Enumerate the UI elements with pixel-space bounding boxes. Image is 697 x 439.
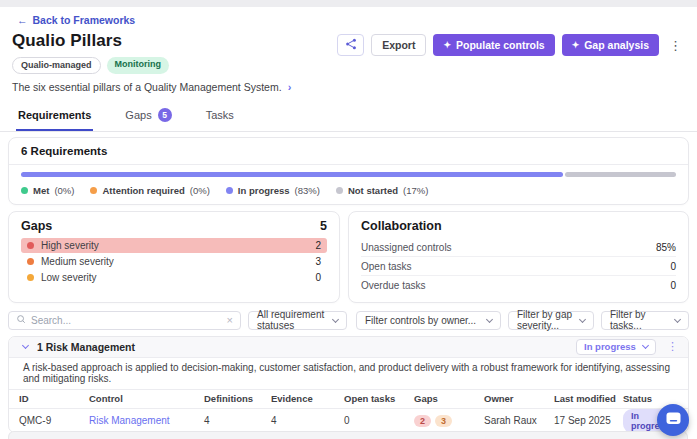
chevron-down-icon xyxy=(579,316,586,323)
search-icon xyxy=(16,314,26,326)
export-button[interactable]: Export xyxy=(371,34,426,56)
tab-requirements[interactable]: Requirements xyxy=(16,102,93,131)
collaboration-card-title: Collaboration xyxy=(361,219,442,233)
chevron-down-icon xyxy=(332,316,339,323)
not-started-dot-icon xyxy=(336,187,343,194)
header-kebab-menu[interactable]: ⋮ xyxy=(666,38,685,53)
tab-requirements-label: Requirements xyxy=(18,109,91,121)
page-header: ← Back to Frameworks Qualio Pillars Qual… xyxy=(0,7,697,93)
progress-legend: Met (0%) Attention required (0%) In prog… xyxy=(21,185,676,196)
legend-attention-required: Attention required (0%) xyxy=(90,185,209,196)
tasks-filter[interactable]: Filter by tasks... xyxy=(601,311,689,330)
gaps-card-title: Gaps xyxy=(21,219,52,233)
medium-gap-badge: 3 xyxy=(435,415,452,427)
high-severity-dot-icon xyxy=(27,242,34,249)
chevron-down-icon xyxy=(642,342,649,349)
low-severity-dot-icon xyxy=(27,274,34,281)
share-icon xyxy=(345,38,357,53)
requirements-summary-title: 6 Requirements xyxy=(9,138,688,165)
search-input[interactable] xyxy=(31,315,222,326)
evidence-count: 4 xyxy=(271,415,344,426)
gaps-count-badge: 5 xyxy=(158,108,172,122)
share-button[interactable] xyxy=(337,34,364,56)
page-title: Qualio Pillars xyxy=(12,31,291,51)
chevron-down-icon xyxy=(674,316,681,323)
owner-filter[interactable]: Filter controls by owner... xyxy=(356,311,501,330)
section-header-risk-management[interactable]: 1 Risk Management In progress ⋮ xyxy=(9,337,688,358)
medium-severity-dot-icon xyxy=(27,258,34,265)
gap-analysis-label: Gap analysis xyxy=(584,39,649,51)
tab-gaps-label: Gaps xyxy=(125,109,151,121)
control-link[interactable]: Risk Management xyxy=(89,415,170,426)
clear-search-icon[interactable]: × xyxy=(227,315,233,326)
attention-dot-icon xyxy=(90,187,97,194)
owner-name: Sarah Raux xyxy=(484,415,554,426)
high-gap-badge: 2 xyxy=(414,415,431,427)
definitions-count: 4 xyxy=(204,415,271,426)
collab-row-unassigned-controls: Unassigned controls 85% xyxy=(361,238,676,257)
in-progress-dot-icon xyxy=(226,187,233,194)
back-link-label: Back to Frameworks xyxy=(33,14,136,26)
requirement-section-risk-management: 1 Risk Management In progress ⋮ A risk-b… xyxy=(8,336,689,433)
collaboration-card: Collaboration Unassigned controls 85% Op… xyxy=(348,211,689,303)
gaps-row-medium-severity: Medium severity 3 xyxy=(21,254,327,269)
chat-widget-button[interactable] xyxy=(657,404,689,436)
tab-tasks-label: Tasks xyxy=(206,109,234,121)
framework-description: The six essential pillars of a Quality M… xyxy=(12,81,282,93)
tab-tasks[interactable]: Tasks xyxy=(204,102,236,131)
progress-not-started xyxy=(565,172,676,177)
requirement-status-filter[interactable]: All requirement statuses xyxy=(248,311,347,330)
collapse-chevron-icon[interactable] xyxy=(22,342,29,349)
qualio-managed-badge: Qualio-managed xyxy=(12,57,101,74)
populate-controls-button[interactable]: ✦ Populate controls xyxy=(433,34,554,56)
populate-controls-label: Populate controls xyxy=(456,39,545,51)
search-box[interactable]: × xyxy=(8,311,241,330)
tab-gaps[interactable]: Gaps 5 xyxy=(123,102,173,131)
met-dot-icon xyxy=(21,187,28,194)
control-id: QMC-9 xyxy=(19,415,89,426)
tab-bar: Requirements Gaps 5 Tasks xyxy=(0,102,697,132)
back-to-frameworks-link[interactable]: ← Back to Frameworks xyxy=(17,14,135,26)
legend-not-started: Not started (17%) xyxy=(336,185,429,196)
collab-row-open-tasks: Open tasks 0 xyxy=(361,257,676,276)
table-header-row: ID Control Definitions Evidence Open tas… xyxy=(9,390,688,409)
chat-bubble-icon xyxy=(666,412,681,429)
back-arrow-icon: ← xyxy=(17,14,28,26)
filter-bar: × All requirement statuses Filter contro… xyxy=(8,311,689,330)
section-kebab-menu[interactable]: ⋮ xyxy=(665,340,680,353)
browser-top-strip xyxy=(0,0,697,7)
gap-analysis-button[interactable]: ✦ Gap analysis xyxy=(562,34,659,56)
section-description: A risk-based approach is applied to deci… xyxy=(9,358,688,390)
gap-severity-filter[interactable]: Filter by gap severity... xyxy=(508,311,594,330)
section-title: 1 Risk Management xyxy=(37,341,135,353)
export-label: Export xyxy=(382,39,415,51)
open-tasks-count: 0 xyxy=(344,415,414,426)
legend-in-progress: In progress (83%) xyxy=(226,185,320,196)
sparkle-icon: ✦ xyxy=(572,41,580,50)
legend-met: Met (0%) xyxy=(21,185,74,196)
gaps-summary-card: Gaps 5 High severity 2 Medium severity 3… xyxy=(8,211,340,303)
progress-in-progress xyxy=(21,172,563,177)
next-section-partial-header[interactable] xyxy=(8,431,688,439)
monitoring-badge: Monitoring xyxy=(107,57,170,74)
gaps-row-low-severity: Low severity 0 xyxy=(21,270,327,285)
chevron-down-icon xyxy=(486,316,493,323)
gaps-row-high-severity: High severity 2 xyxy=(21,238,327,253)
sparkle-icon: ✦ xyxy=(443,41,451,50)
collab-row-overdue-tasks: Overdue tasks 0 xyxy=(361,276,676,294)
table-row: QMC-9 Risk Management 4 4 0 2 3 Sarah Ra… xyxy=(9,409,688,432)
section-status-dropdown[interactable]: In progress xyxy=(576,339,656,355)
requirements-summary-panel: 6 Requirements Met (0%) Attention requir… xyxy=(8,137,689,205)
gaps-card-total: 5 xyxy=(320,219,327,233)
expand-description-icon[interactable]: › xyxy=(288,81,292,93)
last-modified-date: 17 Sep 2025 xyxy=(554,415,623,426)
requirements-progress-bar xyxy=(21,172,676,177)
